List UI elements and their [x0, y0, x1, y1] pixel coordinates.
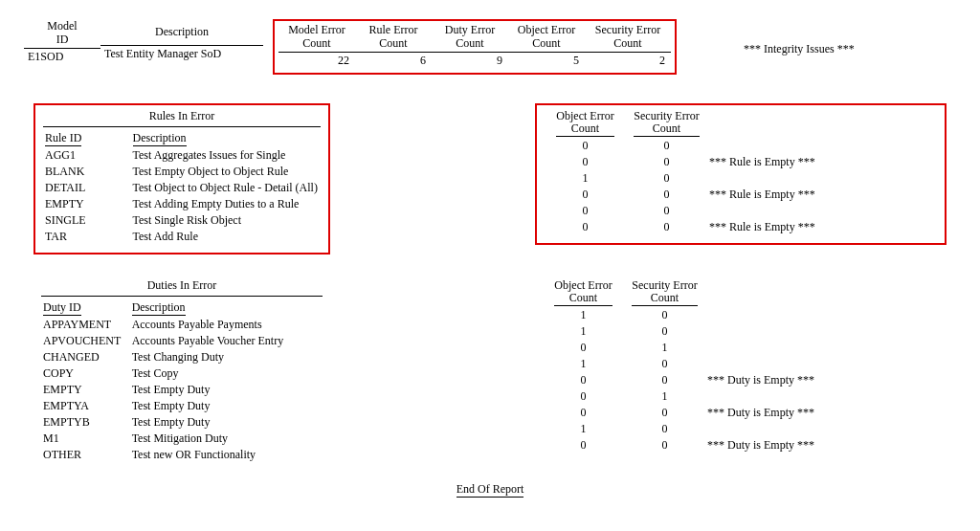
duty-sec-count: 1 [624, 388, 705, 405]
rule-obj-count: 0 [545, 154, 626, 170]
rule-sec-count: 0 [626, 154, 707, 170]
rules-count-row: 00 [545, 203, 851, 219]
duties-counts-table: Object Error Count Security Error Count … [543, 278, 849, 454]
duties-section-row: Duties In Error Duty ID Description APPA… [24, 278, 956, 463]
duty-desc: Test Empty Duty [130, 414, 323, 431]
duty-msg: *** Duty is Empty *** [705, 372, 849, 388]
rule-msg: *** Rule is Empty *** [707, 187, 851, 203]
hdr-duty-err: Duty Error Count [432, 23, 508, 53]
duties-count-row: 01 [543, 340, 849, 356]
rule-desc: Test Aggregates Issues for Single [131, 147, 322, 164]
duty-sec-count: 0 [624, 421, 705, 437]
val-model-err: 22 [278, 53, 355, 69]
duty-sec-count: 0 [624, 372, 705, 388]
top-header-row: Model ID E1SOD Description Test Entity M… [24, 19, 956, 75]
duty-msg [705, 307, 849, 323]
duties-count-row: 00*** Duty is Empty *** [543, 437, 849, 454]
rule-id: DETAIL [43, 180, 131, 196]
rules-cnt-hdr-obj: Object Error Count [556, 110, 613, 138]
duty-msg [705, 356, 849, 372]
rule-id: SINGLE [43, 212, 131, 229]
rule-msg [707, 170, 851, 187]
rule-msg [707, 138, 851, 154]
duty-obj-count: 0 [543, 388, 624, 405]
rule-sec-count: 0 [626, 219, 707, 235]
duty-desc: Test new OR Functionality [130, 447, 323, 463]
duty-obj-count: 1 [543, 307, 624, 323]
duty-desc: Test Empty Duty [130, 382, 323, 398]
val-description: Test Entity Manager SoD [100, 46, 263, 62]
rules-cnt-hdr-sec: Security Error Count [634, 110, 699, 138]
duty-id: CHANGED [41, 349, 130, 365]
hdr-model-err: Model Error Count [278, 23, 355, 53]
duty-sec-count: 0 [624, 323, 705, 340]
duty-sec-count: 0 [624, 437, 705, 454]
rule-id: AGG1 [43, 147, 131, 164]
duties-count-row: 00*** Duty is Empty *** [543, 372, 849, 388]
rule-msg: *** Rule is Empty *** [707, 154, 851, 170]
hdr-rule-err: Rule Error Count [355, 23, 432, 53]
duties-title: Duties In Error [41, 278, 323, 297]
duty-msg [705, 340, 849, 356]
duty-obj-count: 0 [543, 405, 624, 421]
rule-desc: Test Single Risk Object [131, 212, 322, 229]
duty-id: APPAYMENT [41, 317, 130, 333]
rule-desc: Test Adding Empty Duties to a Rule [131, 196, 322, 212]
rule-sec-count: 0 [626, 170, 707, 187]
duties-count-row: 00*** Duty is Empty *** [543, 405, 849, 421]
integrity-issues-label: *** Integrity Issues *** [744, 19, 855, 56]
duty-desc: Test Changing Duty [130, 349, 323, 365]
duty-obj-count: 0 [543, 372, 624, 388]
val-obj-err: 5 [508, 53, 585, 69]
rule-id: BLANK [43, 164, 131, 180]
duties-row: OTHERTest new OR Functionality [41, 447, 323, 463]
rules-title: Rules In Error [43, 109, 321, 127]
duty-desc: Test Copy [130, 365, 323, 382]
duty-obj-count: 1 [543, 421, 624, 437]
hdr-sec-err: Security Error Count [585, 23, 671, 53]
rule-obj-count: 0 [545, 203, 626, 219]
duty-id: APVOUCHENT [41, 333, 130, 349]
rule-id: TAR [43, 229, 131, 245]
rule-obj-count: 0 [545, 187, 626, 203]
rules-hdr-id: Rule ID [45, 131, 81, 146]
rule-obj-count: 0 [545, 219, 626, 235]
duties-count-row: 10 [543, 323, 849, 340]
rule-desc: Test Empty Object to Object Rule [131, 164, 322, 180]
duty-msg [705, 421, 849, 437]
rule-sec-count: 0 [626, 203, 707, 219]
hdr-description: Description [100, 19, 263, 46]
duty-obj-count: 1 [543, 356, 624, 372]
rule-msg [707, 203, 851, 219]
rule-desc: Test Object to Object Rule - Detail (All… [131, 180, 322, 196]
rules-table: Rule ID Description AGG1Test Aggregates … [43, 130, 321, 245]
duties-row: EMPTYTest Empty Duty [41, 382, 323, 398]
duties-hdr-desc: Description [132, 300, 186, 316]
rule-sec-count: 0 [626, 138, 707, 154]
rules-row: EMPTYTest Adding Empty Duties to a Rule [43, 196, 321, 212]
duties-count-row: 10 [543, 356, 849, 372]
rules-count-row: 00*** Rule is Empty *** [545, 154, 851, 170]
duties-row: EMPTYBTest Empty Duty [41, 414, 323, 431]
rules-count-row: 00*** Rule is Empty *** [545, 187, 851, 203]
rules-counts-table: Object Error Count Security Error Count … [545, 109, 851, 236]
rule-id: EMPTY [43, 196, 131, 212]
duty-desc: Accounts Payable Payments [130, 317, 323, 333]
duty-id: M1 [41, 431, 130, 447]
val-sec-err: 2 [585, 53, 671, 69]
duties-row: CHANGEDTest Changing Duty [41, 349, 323, 365]
rule-obj-count: 0 [545, 138, 626, 154]
duty-id: EMPTY [41, 382, 130, 398]
val-model-id: E1SOD [24, 49, 100, 65]
duty-desc: Test Mitigation Duty [130, 431, 323, 447]
duties-row: M1Test Mitigation Duty [41, 431, 323, 447]
duty-sec-count: 1 [624, 340, 705, 356]
rule-msg: *** Rule is Empty *** [707, 219, 851, 235]
duty-msg [705, 388, 849, 405]
rules-row: AGG1Test Aggregates Issues for Single [43, 147, 321, 164]
duty-desc: Test Empty Duty [130, 398, 323, 414]
duties-counts-box: Object Error Count Security Error Count … [535, 278, 947, 454]
duty-sec-count: 0 [624, 307, 705, 323]
hdr-model-id: Model ID [24, 19, 100, 49]
duties-count-row: 01 [543, 388, 849, 405]
